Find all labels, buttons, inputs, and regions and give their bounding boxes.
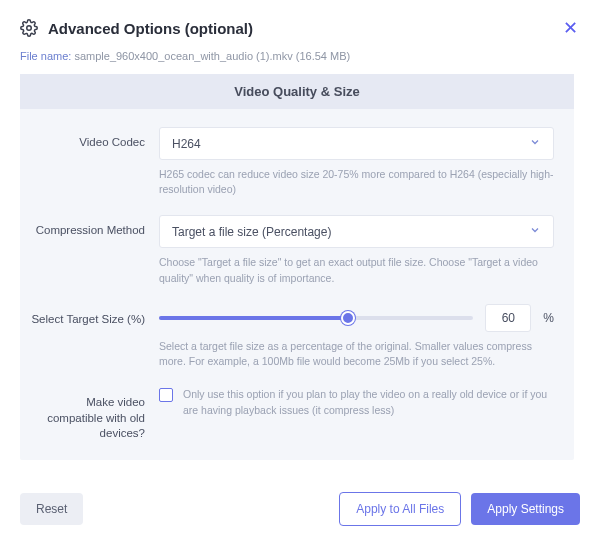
apply-all-button[interactable]: Apply to All Files — [339, 492, 461, 526]
close-button[interactable]: ✕ — [560, 18, 580, 38]
compat-label: Make video compatible with old devices? — [30, 387, 145, 442]
target-size-slider-row: 60 % — [159, 304, 554, 332]
video-codec-control: H264 H265 codec can reduce video size 20… — [159, 127, 554, 197]
panel-title: Video Quality & Size — [20, 74, 574, 109]
modal-header: Advanced Options (optional) ✕ — [20, 18, 580, 38]
advanced-options-modal: Advanced Options (optional) ✕ File name:… — [0, 0, 600, 542]
compression-method-label: Compression Method — [30, 215, 145, 285]
modal-footer: Reset Apply to All Files Apply Settings — [20, 478, 580, 526]
slider-track — [159, 316, 473, 320]
gear-icon — [20, 19, 38, 37]
target-size-help: Select a target file size as a percentag… — [159, 339, 554, 369]
video-codec-select[interactable]: H264 — [159, 127, 554, 160]
reset-button[interactable]: Reset — [20, 493, 83, 525]
file-name-label: File name: — [20, 50, 71, 62]
file-name-value: sample_960x400_ocean_with_audio (1).mkv … — [74, 50, 350, 62]
compression-method-select[interactable]: Target a file size (Percentage) — [159, 215, 554, 248]
video-codec-label: Video Codec — [30, 127, 145, 197]
percent-symbol: % — [543, 311, 554, 325]
video-codec-row: Video Codec H264 H265 codec can reduce v… — [30, 127, 554, 197]
compat-control: Only use this option if you plan to play… — [159, 387, 554, 442]
video-quality-panel: Video Quality & Size Video Codec H264 H2… — [20, 74, 574, 460]
target-size-input[interactable]: 60 — [485, 304, 531, 332]
compat-help: Only use this option if you plan to play… — [183, 387, 554, 417]
target-size-label: Select Target Size (%) — [30, 304, 145, 369]
close-icon: ✕ — [563, 19, 578, 37]
chevron-down-icon — [529, 224, 541, 239]
apply-settings-button[interactable]: Apply Settings — [471, 493, 580, 525]
compression-method-value: Target a file size (Percentage) — [172, 225, 331, 239]
video-codec-value: H264 — [172, 137, 201, 151]
target-size-control: 60 % Select a target file size as a perc… — [159, 304, 554, 369]
compat-checkbox-row: Only use this option if you plan to play… — [159, 387, 554, 417]
modal-title: Advanced Options (optional) — [48, 20, 550, 37]
slider-fill — [159, 316, 348, 320]
chevron-down-icon — [529, 136, 541, 151]
panel-body: Video Codec H264 H265 codec can reduce v… — [20, 109, 574, 460]
video-codec-help: H265 codec can reduce video size 20-75% … — [159, 167, 554, 197]
compat-checkbox[interactable] — [159, 388, 173, 402]
compression-method-help: Choose "Target a file size" to get an ex… — [159, 255, 554, 285]
scroll-area[interactable]: Video Quality & Size Video Codec H264 H2… — [20, 74, 580, 478]
compression-method-row: Compression Method Target a file size (P… — [30, 215, 554, 285]
svg-point-0 — [27, 26, 32, 31]
target-size-slider[interactable] — [159, 310, 473, 326]
compat-row: Make video compatible with old devices? … — [30, 387, 554, 442]
target-size-row: Select Target Size (%) 60 % — [30, 304, 554, 369]
compression-method-control: Target a file size (Percentage) Choose "… — [159, 215, 554, 285]
slider-thumb[interactable] — [341, 311, 355, 325]
file-name-line: File name: sample_960x400_ocean_with_aud… — [20, 50, 580, 62]
